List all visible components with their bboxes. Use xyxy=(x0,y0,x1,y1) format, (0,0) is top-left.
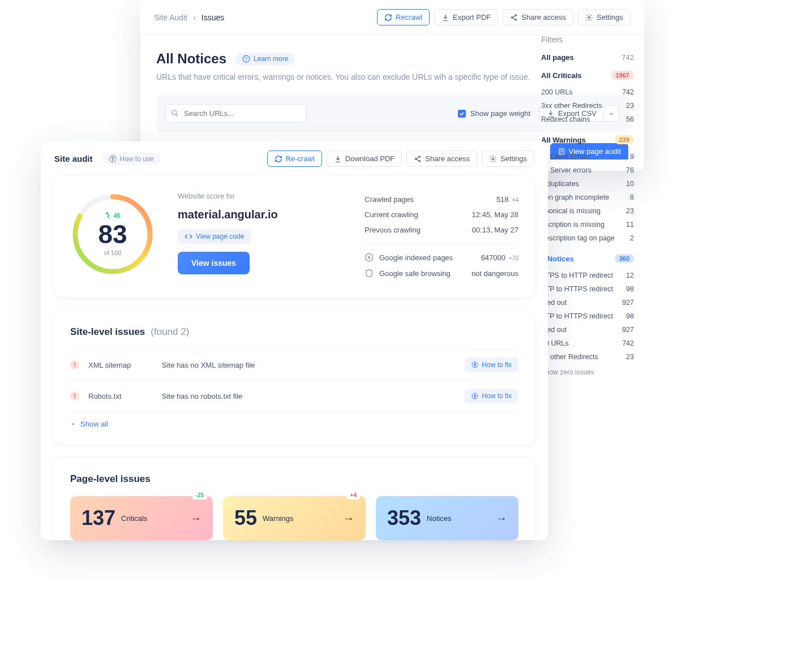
help-icon: ? xyxy=(109,155,117,163)
refresh-icon xyxy=(275,155,282,163)
issue-row: !XML sitemapSite has no XML sitemap file… xyxy=(70,349,518,380)
how-to-use-link[interactable]: ?How to use xyxy=(102,153,161,165)
arrow-right-icon: → xyxy=(496,512,507,525)
filter-criticals-header[interactable]: All Criticals1967 xyxy=(541,71,634,80)
svg-text:?: ? xyxy=(474,394,476,398)
notices-tile[interactable]: 353 Notices → xyxy=(376,496,518,540)
checkbox-icon xyxy=(458,110,466,118)
filters-title: Filters xyxy=(541,35,634,44)
filter-item[interactable]: TTP to HTTPS redirect98 xyxy=(541,282,634,296)
share-button[interactable]: Share access xyxy=(503,9,573,25)
svg-point-3 xyxy=(588,16,590,19)
site-issues-count: (found 2) xyxy=(151,326,189,338)
breadcrumb-parent[interactable]: Site Audit xyxy=(154,13,187,22)
share-button[interactable]: Share access xyxy=(406,150,477,167)
site-issues-title: Site-level issues xyxy=(70,326,145,338)
site-issues-panel: Site-level issues (found 2) !XML sitemap… xyxy=(54,311,534,444)
gear-icon xyxy=(585,14,593,21)
filter-item[interactable]: 3xx other Redirects23 xyxy=(541,99,634,113)
score-value: 83 xyxy=(98,219,127,249)
help-icon: ? xyxy=(242,55,250,63)
filter-criticals-list: 200 URLs7423xx other Redirects23Redirect… xyxy=(541,85,634,126)
filter-item[interactable]: anonical is missing23 xyxy=(541,204,634,218)
svg-text:?: ? xyxy=(111,156,114,161)
issue-row: !Robots.txtSite has no robots.txt file?H… xyxy=(70,380,518,411)
warnings-tile[interactable]: +4 55 Warnings → xyxy=(223,496,366,540)
filter-item[interactable]: xx Server errors76 xyxy=(541,163,634,177)
filter-item[interactable]: 200 URLs742 xyxy=(541,85,634,99)
filter-item[interactable]: pen graph incomplete8 xyxy=(541,191,634,204)
gear-icon xyxy=(489,155,497,163)
download-icon xyxy=(441,14,449,21)
tile-delta: -25 xyxy=(192,491,207,499)
breadcrumb-current: Issues xyxy=(202,13,224,22)
crawl-stats: Crawled pages518+4Current crawling12:45,… xyxy=(365,192,518,238)
criticals-tile[interactable]: -25 137 Criticals → xyxy=(70,496,213,540)
view-code-button[interactable]: View page code xyxy=(178,229,251,244)
page-title: All Notices xyxy=(156,51,226,67)
filter-item[interactable]: med out927 xyxy=(541,296,634,309)
download-pdf-button[interactable]: Download PDF xyxy=(327,150,402,167)
stat-row: Crawled pages518+4 xyxy=(365,192,518,207)
score-info: Website score for material.angular.io Vi… xyxy=(178,192,342,281)
filter-item[interactable]: xx Client Errors9 xyxy=(541,150,634,163)
page-issues-panel: Page-level issues -25 137 Criticals → +4… xyxy=(54,458,534,540)
arrow-right-icon: → xyxy=(343,512,354,525)
filter-item[interactable]: xx other Redirects23 xyxy=(541,350,634,364)
svg-point-6 xyxy=(172,110,177,115)
learn-more-link[interactable]: ?Learn more xyxy=(235,53,295,65)
export-pdf-button[interactable]: Export PDF xyxy=(434,9,498,25)
settings-button[interactable]: Settings xyxy=(482,150,534,167)
filter-notices-list: TTPS to HTTP redirect12TTP to HTTPS redi… xyxy=(541,269,634,364)
filter-item[interactable]: med out927 xyxy=(541,323,634,337)
stat-row: Current crawling12:45, May 28 xyxy=(365,207,518,222)
show-all-link[interactable]: Show all xyxy=(70,411,518,428)
view-issues-button[interactable]: View issues xyxy=(178,252,250,274)
svg-point-13 xyxy=(492,158,494,160)
svg-point-2 xyxy=(516,19,517,20)
front-header: Site audit ?How to use Re-crawl Download… xyxy=(41,141,548,176)
chevron-down-icon xyxy=(70,421,76,427)
settings-button[interactable]: Settings xyxy=(578,9,631,25)
show-zero-link[interactable]: Show zero issues xyxy=(541,368,634,376)
stats-block: Crawled pages518+4Current crawling12:45,… xyxy=(365,192,518,281)
search-input[interactable] xyxy=(165,104,307,123)
filter-item[interactable]: TTPS to HTTP redirect12 xyxy=(541,269,634,282)
filters-panel: Filters All pages742 All Criticals1967 2… xyxy=(531,35,644,376)
stat-row: Prevous crawling00:13, May 27 xyxy=(365,222,518,238)
front-title: Site audit xyxy=(54,154,93,163)
score-trend: 45 xyxy=(105,212,120,219)
filter-item[interactable]: escription is missing11 xyxy=(541,218,634,231)
back-header: Site Audit › Issues Recrawl Export PDF S… xyxy=(140,0,644,35)
front-toolbar: Re-crawl Download PDF Share access Setti… xyxy=(267,150,534,167)
how-to-fix-button[interactable]: ?How to fix xyxy=(465,357,518,372)
download-icon xyxy=(334,155,342,163)
alert-icon: ! xyxy=(70,360,79,369)
svg-text:?: ? xyxy=(474,363,476,367)
filter-item[interactable]: 00 URLs742 xyxy=(541,337,634,350)
recrawl-button[interactable]: Re-crawl xyxy=(267,150,322,167)
code-icon xyxy=(185,232,192,240)
svg-point-0 xyxy=(516,14,517,15)
score-ring: 45 83 of 100 xyxy=(70,192,155,277)
show-weight-checkbox[interactable]: Show page weight xyxy=(458,109,530,118)
filter-item[interactable]: description tag on page2 xyxy=(541,231,634,245)
filter-warnings-header[interactable]: All Warnings239 xyxy=(541,135,634,144)
share-icon xyxy=(414,155,422,163)
back-toolbar: Recrawl Export PDF Share access Settings xyxy=(377,9,631,25)
filter-item[interactable]: 1 duplicates10 xyxy=(541,177,634,191)
site-issues-list: !XML sitemapSite has no XML sitemap file… xyxy=(70,349,518,411)
refresh-icon xyxy=(384,14,392,21)
how-to-fix-button[interactable]: ?How to fix xyxy=(465,389,518,403)
svg-point-12 xyxy=(419,160,421,161)
breadcrumb: Site Audit › Issues xyxy=(154,13,224,22)
filter-notices-header[interactable]: ll Notices360 xyxy=(541,254,634,263)
recrawl-button[interactable]: Recrawl xyxy=(377,9,430,25)
page-issues-title: Page-level issues xyxy=(70,473,151,485)
chevron-right-icon: › xyxy=(193,13,196,22)
filter-all-pages[interactable]: All pages742 xyxy=(541,53,634,62)
filter-item[interactable]: TTP to HTTPS redirect98 xyxy=(541,309,634,323)
google-stats: Google indexed pages647000+70Google safe… xyxy=(365,249,518,281)
share-icon xyxy=(510,14,518,21)
filter-item[interactable]: Redirect chains56 xyxy=(541,113,634,126)
